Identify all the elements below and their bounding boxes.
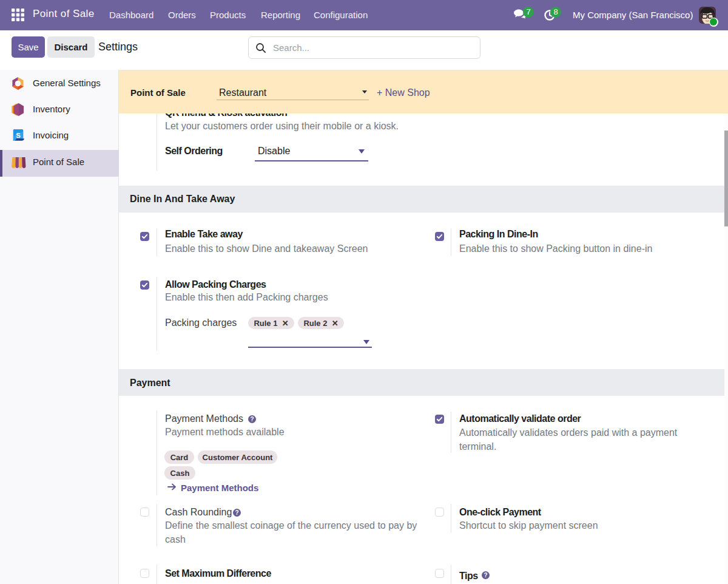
svg-text:S: S: [16, 132, 21, 139]
